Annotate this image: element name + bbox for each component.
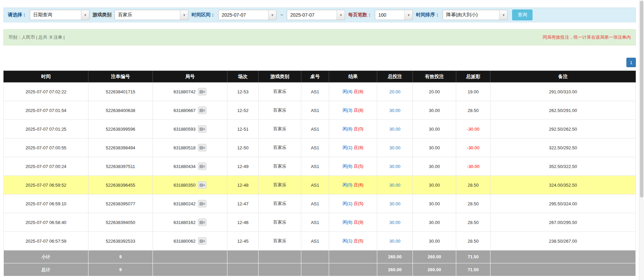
total-bet-cell[interactable]: 30.00 [377, 101, 413, 120]
round-id: 631880593 [174, 127, 196, 132]
result-cell: 闲(6) 庄(9) [329, 213, 377, 232]
summary-currency-count: 币别：人民币 | 总共 :9 注单 | [8, 34, 65, 40]
payout-cell: -30.00 [456, 157, 490, 176]
bet-id-cell: 522638399596 [88, 120, 153, 138]
column-header: 结果 [329, 71, 377, 82]
search-button[interactable]: 查询 [512, 10, 532, 20]
table-row: 2025-07-07 06:57:59522638392533631880062… [4, 232, 636, 250]
valid-bet-cell: 30.00 [413, 194, 456, 213]
footer-empty-cell [227, 263, 259, 276]
column-header: 场次 [227, 71, 259, 82]
result-banker: 庄(8) [354, 145, 363, 150]
game-type-combobox[interactable]: 百家乐 ▾ [115, 10, 188, 20]
result-cell: 闲(8) 庄(0) [329, 120, 377, 138]
round-id: 631880242 [174, 201, 196, 206]
video-replay-icon[interactable] [198, 163, 206, 170]
note-cell: 322.50/292.50 [490, 138, 636, 157]
footer-count-cell: 9 [88, 263, 153, 276]
total-bet-cell[interactable]: 30.00 [377, 157, 413, 176]
round-id-cell: 631880162 [153, 213, 227, 232]
bet-id-cell: 522638397511 [88, 157, 153, 176]
game-type-cell: 百家乐 [259, 232, 301, 250]
video-replay-icon[interactable] [198, 107, 206, 114]
round-id-cell: 631880593 [153, 120, 227, 138]
game-type-cell: 百家乐 [259, 120, 301, 138]
column-header: 总派彩 [456, 71, 490, 82]
bet-id-cell: 522638400638 [88, 101, 153, 120]
total-bet-cell[interactable]: 30.00 [377, 120, 413, 138]
total-bet-cell[interactable]: 20.00 [377, 82, 413, 101]
round-id: 631880162 [174, 220, 196, 225]
video-replay-icon[interactable] [198, 200, 206, 207]
page-size-combobox[interactable]: 100 ▾ [375, 10, 413, 20]
video-replay-icon[interactable] [198, 144, 206, 151]
video-replay-icon[interactable] [198, 181, 206, 189]
result-banker: 庄(5) [354, 238, 363, 243]
table-no-cell: AS1 [301, 138, 329, 157]
valid-bet-cell: 30.00 [413, 157, 456, 176]
total-bet-cell[interactable]: 30.00 [377, 194, 413, 213]
video-camera-glyph [199, 164, 205, 169]
chevron-down-icon[interactable]: ▾ [337, 10, 345, 20]
total-bet-cell[interactable]: 30.00 [377, 176, 413, 194]
chevron-down-icon[interactable]: ▾ [404, 10, 412, 20]
chevron-down-icon[interactable]: ▾ [180, 10, 188, 20]
game-type-cell: 百家乐 [259, 101, 301, 120]
video-camera-glyph [199, 183, 205, 187]
table-no-cell: AS1 [301, 176, 329, 194]
video-replay-icon[interactable] [198, 125, 206, 133]
column-header: 有效投注 [413, 71, 456, 82]
video-camera-glyph [199, 146, 205, 150]
table-row: 2025-07-07 06:59:52522638396455631880350… [4, 176, 636, 194]
time-cell: 2025-07-07 06:57:59 [4, 232, 88, 250]
result-player: 闲(1) [343, 201, 353, 206]
result-player: 闲(6) [343, 220, 353, 225]
column-header: 注单编号 [88, 71, 153, 82]
bet-id-cell: 522638401715 [88, 82, 153, 101]
time-cell: 2025-07-07 07:01:25 [4, 120, 88, 138]
total-bet-cell[interactable]: 30.00 [377, 213, 413, 232]
footer-total-bet-cell: 260.00 [377, 263, 413, 276]
result-cell: 闲(4) 庄(8) [329, 82, 377, 101]
total-bet-cell[interactable]: 30.00 [377, 232, 413, 250]
table-no-cell: AS1 [301, 232, 329, 250]
valid-bet-cell: 30.00 [413, 213, 456, 232]
vertical-scrollbar[interactable] [639, 0, 644, 280]
footer-empty-cell [301, 263, 329, 276]
valid-bet-cell: 30.00 [413, 138, 456, 157]
page-1-button[interactable]: 1 [626, 58, 636, 67]
range-separator: ~ [280, 12, 284, 18]
video-replay-icon[interactable] [198, 219, 206, 226]
result-cell: 闲(6) 庄(5) [329, 157, 377, 176]
video-replay-icon[interactable] [198, 88, 206, 95]
result-cell: 闲(1) 庄(5) [329, 232, 377, 250]
chevron-down-icon[interactable]: ▾ [268, 10, 276, 20]
date-to-combobox[interactable]: 2025-07-07 ▾ [287, 10, 345, 20]
result-player: 闲(1) [343, 238, 353, 243]
page-size-value: 100 [375, 10, 404, 20]
time-cell: 2025-07-07 06:59:52 [4, 176, 88, 194]
sort-combobox[interactable]: 降幂(由大到小) ▾ [443, 10, 508, 20]
round-id-cell: 631880518 [153, 138, 227, 157]
session-cell: 12-51 [227, 120, 259, 138]
video-replay-icon[interactable] [198, 237, 206, 245]
chevron-down-icon[interactable]: ▾ [499, 10, 507, 20]
query-type-combobox[interactable]: 日期查询 ▾ [30, 10, 89, 20]
result-banker: 庄(5) [354, 201, 363, 206]
table-no-cell: AS1 [301, 82, 329, 101]
column-header: 局号 [153, 71, 227, 82]
total-bet-cell[interactable]: 30.00 [377, 138, 413, 157]
time-cell: 2025-07-07 07:00:55 [4, 138, 88, 157]
valid-bet-cell: 30.00 [413, 120, 456, 138]
table-no-cell: AS1 [301, 213, 329, 232]
result-player: 闲(3) [343, 108, 353, 113]
chevron-down-icon[interactable]: ▾ [81, 10, 89, 20]
subtotal-row: 小计9260.00260.0071.50 [4, 250, 636, 263]
date-from-combobox[interactable]: 2025-07-07 ▾ [218, 10, 277, 20]
table-no-cell: AS1 [301, 157, 329, 176]
table-row: 2025-07-07 07:00:24522638397511631880434… [4, 157, 636, 176]
payout-cell: 28.50 [456, 213, 490, 232]
footer-empty-cell [329, 250, 377, 263]
scrollbar-thumb[interactable] [640, 1, 643, 198]
footer-empty-cell [490, 263, 636, 276]
